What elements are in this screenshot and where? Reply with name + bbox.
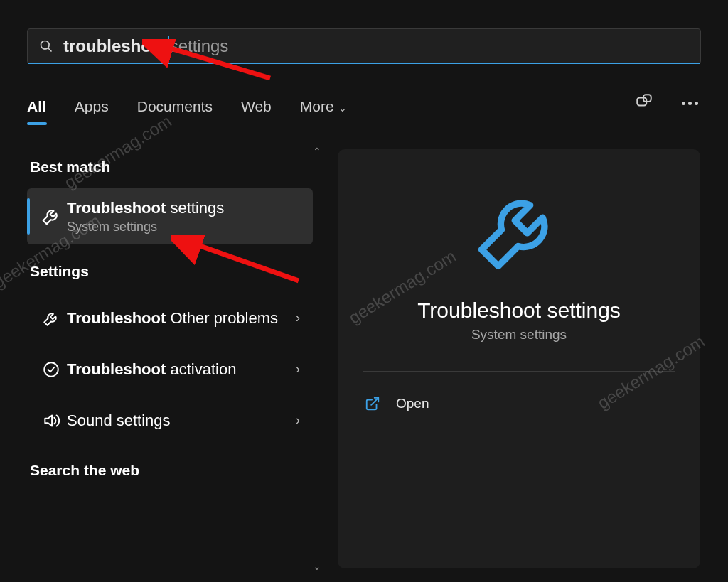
svg-point-4 [44, 362, 58, 377]
chevron-right-icon: › [296, 311, 304, 325]
settings-result-other-problems[interactable]: Troubleshoot Other problems › [27, 293, 313, 344]
scroll-up-icon: ⌃ [313, 146, 321, 157]
search-bar[interactable]: troubleshootsettings [27, 28, 701, 64]
chat-icon[interactable] [635, 92, 653, 111]
detail-title: Troubleshoot settings [363, 298, 675, 323]
sound-icon [36, 411, 67, 430]
tab-all[interactable]: All [27, 92, 46, 121]
tab-more[interactable]: More⌄ [300, 92, 347, 121]
search-icon [39, 39, 53, 53]
result-title: Troubleshoot activation [67, 360, 296, 379]
results-scrollbar[interactable]: ⌃ ⌄ [313, 146, 321, 572]
section-settings: Settings [30, 263, 313, 280]
detail-pane: Troubleshoot settings System settings Op… [338, 149, 700, 568]
svg-line-1 [48, 48, 52, 52]
search-focus-underline [28, 63, 700, 64]
search-input-text: troubleshootsettings [63, 36, 228, 56]
settings-result-activation[interactable]: Troubleshoot activation › [27, 344, 313, 395]
settings-results-list: Troubleshoot Other problems › Troublesho… [27, 293, 313, 446]
svg-marker-5 [45, 415, 52, 426]
result-title: Troubleshoot Other problems [67, 308, 296, 328]
results-pane: Best match Troubleshoot settings System … [27, 146, 313, 572]
detail-wrench-icon [363, 179, 675, 279]
search-query-suggestion: settings [170, 36, 229, 55]
check-circle-icon [36, 360, 67, 379]
open-external-icon [365, 396, 380, 411]
svg-line-6 [371, 398, 378, 405]
tab-web[interactable]: Web [241, 92, 272, 121]
scroll-down-icon: ⌄ [313, 561, 321, 572]
more-options-icon[interactable] [680, 95, 700, 108]
best-match-result[interactable]: Troubleshoot settings System settings [27, 188, 313, 244]
chevron-down-icon: ⌄ [338, 102, 347, 114]
wrench-icon [36, 309, 67, 328]
open-action[interactable]: Open [363, 386, 675, 421]
result-subtitle: System settings [67, 220, 304, 235]
section-search-web: Search the web [30, 462, 313, 479]
divider [363, 371, 675, 372]
header-right-icons [635, 92, 700, 111]
chevron-right-icon: › [296, 362, 304, 377]
open-label: Open [396, 396, 429, 411]
wrench-icon [36, 205, 67, 227]
tab-documents[interactable]: Documents [137, 92, 213, 121]
svg-point-0 [41, 41, 50, 50]
settings-result-sound[interactable]: Sound settings › [27, 395, 313, 446]
result-title: Troubleshoot settings [67, 198, 304, 218]
tab-apps[interactable]: Apps [75, 92, 109, 121]
search-query-bold: troubleshoot [63, 36, 168, 55]
tab-more-label: More [300, 98, 334, 114]
chevron-right-icon: › [296, 413, 304, 428]
result-title: Sound settings [67, 411, 296, 431]
section-best-match: Best match [30, 158, 313, 176]
detail-subtitle: System settings [363, 327, 675, 343]
filter-tabs: All Apps Documents Web More⌄ [27, 89, 701, 124]
text-caret [168, 36, 169, 55]
